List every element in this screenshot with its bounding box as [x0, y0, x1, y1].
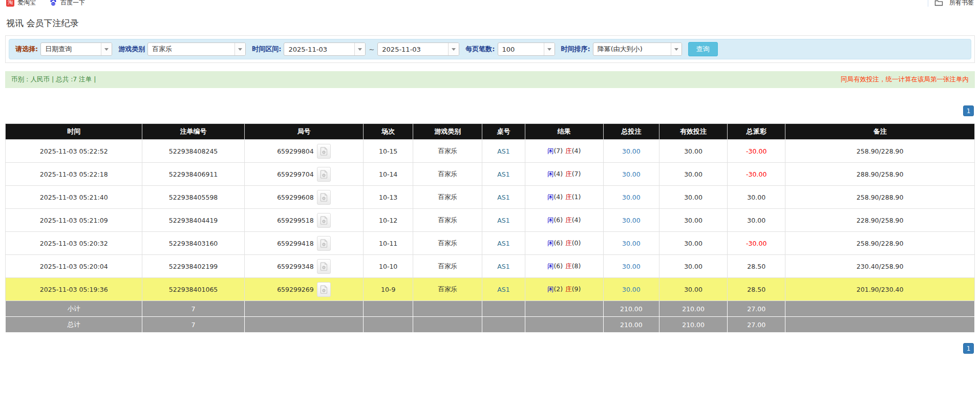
chevron-down-icon[interactable]	[101, 43, 112, 55]
summary-empty	[525, 301, 603, 317]
cell-bet-id: 522938401065	[142, 278, 244, 301]
bookmark-label: 爱淘宝	[17, 0, 36, 7]
chevron-down-icon[interactable]	[448, 43, 459, 55]
summary-count: 7	[142, 301, 244, 317]
cell-payout: 28.50	[728, 255, 785, 278]
summary-subtotal-row: 小计7210.00210.0027.00	[6, 301, 975, 317]
cell-time: 2025-11-03 05:19:36	[6, 278, 142, 301]
cell-table-no: AS1	[482, 278, 525, 301]
round-id-wrap: 659299418	[245, 236, 363, 251]
summary-empty	[482, 301, 525, 317]
chevron-down-icon[interactable]	[544, 43, 555, 55]
chevron-down-icon[interactable]	[235, 43, 245, 55]
cell-round-id: 659299804	[244, 140, 363, 163]
query-mode-select[interactable]	[40, 42, 112, 56]
page-size-select[interactable]	[498, 42, 555, 56]
pagination-page-1[interactable]: 1	[963, 343, 974, 354]
total-bet-link[interactable]: 30.00	[622, 240, 641, 247]
cell-session: 10-13	[364, 186, 413, 209]
video-replay-button[interactable]	[317, 213, 331, 228]
cell-bet-id: 522938408245	[142, 140, 244, 163]
round-number: 659299518	[277, 217, 314, 224]
column-header: 局号	[244, 124, 363, 140]
summary-empty	[482, 317, 525, 333]
cell-result: 闲(6)庄(8)	[525, 255, 603, 278]
cell-table-no: AS1	[482, 255, 525, 278]
round-id-wrap: 659299348	[245, 259, 363, 274]
game-type-select[interactable]	[147, 42, 246, 56]
bookmark-taobao[interactable]: 淘 爱淘宝	[6, 0, 36, 7]
all-bookmarks-button[interactable]: 所有书签	[949, 0, 974, 7]
round-number: 659299348	[277, 263, 314, 270]
video-replay-button[interactable]	[317, 282, 331, 297]
result-banker-score: (8)	[572, 262, 581, 270]
video-replay-button[interactable]	[317, 144, 331, 159]
total-bet-link[interactable]: 30.00	[622, 147, 641, 155]
summary-valid-bet: 210.00	[659, 301, 727, 317]
filter-bar: 请选择: 游戏类别 时间区间: ~ 每页笔数: 时间排序:	[9, 39, 971, 59]
total-bet-link[interactable]: 30.00	[622, 286, 641, 293]
total-bet-link[interactable]: 30.00	[622, 170, 641, 178]
column-header: 有效投注	[659, 124, 727, 140]
cell-remark: 258.90/228.90	[785, 232, 975, 255]
table-row: 2025-11-03 05:20:04522938402199659299348…	[6, 255, 975, 278]
summary-count: 7	[142, 317, 244, 333]
bookmark-label: 百度一下	[60, 0, 85, 7]
time-sort-select[interactable]	[593, 42, 682, 56]
column-header: 时间	[6, 124, 142, 140]
round-id-wrap: 659299704	[245, 167, 363, 182]
column-header: 总派彩	[728, 124, 785, 140]
cell-valid-bet: 30.00	[659, 232, 727, 255]
result-banker: 庄	[565, 262, 572, 270]
table-number: AS1	[497, 217, 509, 224]
time-sort-value[interactable]	[593, 43, 671, 55]
result-player: 闲	[547, 262, 554, 270]
result-banker-score: (0)	[572, 239, 581, 247]
round-number: 659299269	[277, 286, 314, 293]
total-bet-link[interactable]: 30.00	[622, 194, 641, 201]
cell-remark: 258.90/288.90	[785, 186, 975, 209]
range-separator: ~	[369, 46, 374, 53]
payout-value: 30.00	[747, 194, 765, 201]
page-size-value[interactable]	[498, 43, 544, 55]
query-mode-value[interactable]	[41, 43, 101, 55]
cell-result: 闲(6)庄(0)	[525, 232, 603, 255]
taobao-icon: 淘	[6, 0, 14, 7]
video-replay-button[interactable]	[317, 167, 331, 182]
video-replay-button[interactable]	[317, 236, 331, 251]
payout-value: 28.50	[747, 286, 765, 293]
result-banker-score: (1)	[572, 193, 581, 201]
video-replay-button[interactable]	[317, 190, 331, 205]
summary-label: 小计	[6, 301, 142, 317]
cell-game-type: 百家乐	[413, 163, 482, 186]
video-replay-button[interactable]	[317, 259, 331, 274]
query-button[interactable]: 查询	[688, 42, 718, 56]
date-to-value[interactable]	[378, 43, 448, 55]
game-type-value[interactable]	[148, 43, 235, 55]
cell-game-type: 百家乐	[413, 140, 482, 163]
result-player: 闲	[547, 170, 554, 178]
summary-total-bet: 210.00	[603, 301, 659, 317]
baidu-icon: du	[49, 0, 57, 7]
date-to-picker[interactable]	[377, 42, 459, 56]
payout-value: -30.00	[746, 170, 766, 178]
chevron-down-icon[interactable]	[671, 43, 681, 55]
date-from-value[interactable]	[284, 43, 354, 55]
total-bet-link[interactable]: 30.00	[622, 263, 641, 270]
result-banker: 庄	[565, 285, 572, 293]
table-number: AS1	[497, 263, 509, 270]
folder-icon	[934, 0, 943, 6]
total-bet-link[interactable]: 30.00	[622, 217, 641, 224]
result-banker-score: (9)	[572, 285, 581, 293]
table-body: 2025-11-03 05:22:52522938408245659299804…	[6, 140, 975, 333]
date-from-picker[interactable]	[284, 42, 366, 56]
cell-result: 闲(4)庄(7)	[525, 163, 603, 186]
cell-payout: -30.00	[728, 163, 785, 186]
bookmark-baidu[interactable]: du 百度一下	[49, 0, 85, 7]
cell-time: 2025-11-03 05:20:32	[6, 232, 142, 255]
chevron-down-icon[interactable]	[354, 43, 365, 55]
cell-bet-id: 522938406911	[142, 163, 244, 186]
pagination-page-1[interactable]: 1	[963, 105, 974, 116]
cell-time: 2025-11-03 05:22:18	[6, 163, 142, 186]
cell-total-bet: 30.00	[603, 255, 659, 278]
